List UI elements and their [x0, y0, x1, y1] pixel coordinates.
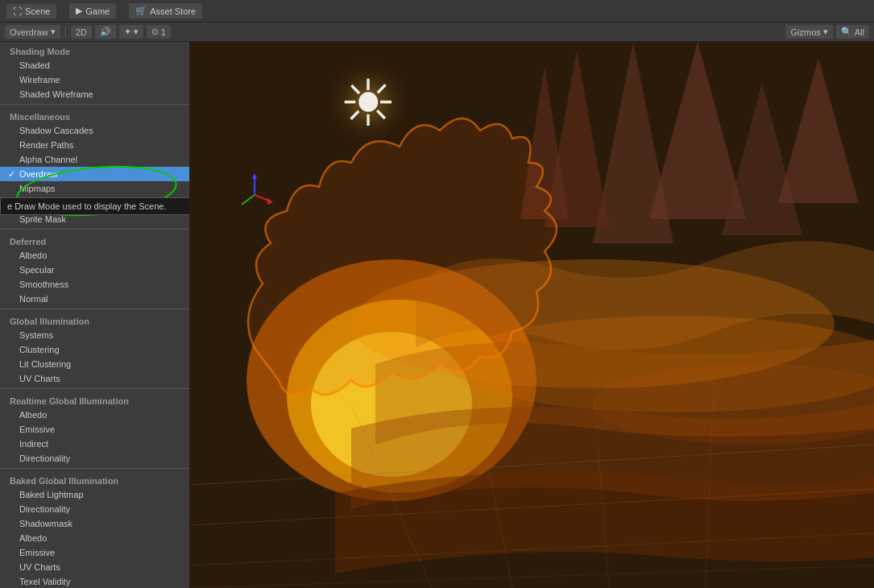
menu-item-alpha-channel[interactable]: Alpha Channel — [0, 152, 189, 167]
menu-item-overdraw[interactable]: Overdraw — [0, 167, 189, 181]
draw-mode-dropdown[interactable]: Overdraw ▾ — [5, 25, 60, 39]
gizmos-arrow-icon: ▾ — [823, 27, 828, 37]
menu-item-bgi-emissive[interactable]: Emissive — [0, 545, 189, 560]
menu-item-shadow-cascades[interactable]: Shadow Cascades — [0, 123, 189, 138]
2d-label: 2D — [76, 27, 87, 37]
2d-toggle[interactable]: 2D — [71, 26, 92, 39]
tab-game[interactable]: ▶ Game — [69, 3, 116, 19]
effects-button[interactable]: ✦ ▾ — [119, 25, 143, 39]
effects-arrow: ▾ — [134, 27, 139, 37]
transform-gizmo — [230, 171, 279, 219]
menu-item-shaded[interactable]: Shaded — [0, 58, 189, 72]
tab-asset-store[interactable]: 🛒 Asset Store — [129, 3, 202, 19]
divider-1 — [0, 104, 189, 105]
shading-mode-panel: Shading Mode Shaded Wireframe Shaded Wir… — [0, 42, 190, 588]
toolbar-right: Gizmos ▾ 🔍 All — [785, 25, 869, 39]
menu-item-clustering[interactable]: Clustering — [0, 342, 189, 357]
menu-item-baked-lightmap[interactable]: Baked Lightmap — [0, 487, 189, 502]
divider-3 — [0, 308, 189, 309]
divider-2 — [0, 229, 189, 230]
main-area: Shading Mode Shaded Wireframe Shaded Wir… — [0, 42, 874, 588]
menu-item-gi-uv-charts[interactable]: UV Charts — [0, 371, 189, 386]
svg-line-25 — [242, 195, 255, 205]
svg-marker-24 — [267, 198, 273, 205]
scene-icon: ⛶ — [13, 6, 22, 16]
audio-icon: 🔊 — [100, 27, 111, 37]
menu-item-texel-validity[interactable]: Texel Validity — [0, 574, 189, 588]
scene-tab-label: Scene — [25, 6, 50, 16]
divider-5 — [0, 468, 189, 469]
menu-item-rgi-emissive[interactable]: Emissive — [0, 422, 189, 437]
scene-toolbar: Overdraw ▾ 2D 🔊 ✦ ▾ ⊙ 1 Gizmos ▾ 🔍 All — [0, 23, 874, 42]
menu-item-normal[interactable]: Normal — [0, 292, 189, 306]
menu-item-rgi-indirect[interactable]: Indirect — [0, 437, 189, 451]
overdraw-tooltip: e Draw Mode used to display the Scene. — [0, 197, 190, 215]
game-tab-label: Game — [85, 6, 110, 16]
divider-4 — [0, 388, 189, 389]
tab-bar: ⛶ Scene ▶ Game 🛒 Asset Store — [0, 0, 874, 23]
store-icon: 🛒 — [135, 6, 147, 16]
menu-item-mipmaps[interactable]: Mipmaps — [0, 181, 189, 196]
counter-button[interactable]: ⊙ 1 — [147, 25, 171, 39]
baked-gi-header: Baked Global Illumination — [0, 471, 189, 487]
effects-icon: ✦ — [124, 27, 131, 37]
menu-item-lit-clustering[interactable]: Lit Clustering — [0, 357, 189, 371]
menu-item-shaded-wireframe[interactable]: Shaded Wireframe — [0, 87, 189, 101]
search-field[interactable]: 🔍 All — [836, 25, 869, 39]
menu-item-rgi-albedo[interactable]: Albedo — [0, 408, 189, 422]
gizmos-dropdown[interactable]: Gizmos ▾ — [785, 25, 832, 39]
scene-background — [190, 42, 874, 588]
dropdown-arrow-icon: ▾ — [51, 27, 56, 37]
menu-item-bgi-uv-charts[interactable]: UV Charts — [0, 560, 189, 574]
realtime-gi-header: Realtime Global Illumination — [0, 391, 189, 408]
menu-item-deferred-albedo[interactable]: Albedo — [0, 248, 189, 263]
tab-scene[interactable]: ⛶ Scene — [6, 4, 56, 19]
counter-icon: ⊙ — [151, 27, 159, 37]
game-icon: ▶ — [76, 6, 82, 16]
draw-mode-label: Overdraw — [10, 27, 48, 37]
audio-button[interactable]: 🔊 — [95, 25, 116, 39]
menu-item-render-paths[interactable]: Render Paths — [0, 138, 189, 152]
shading-mode-header: Shading Mode — [0, 42, 189, 58]
menu-item-systems[interactable]: Systems — [0, 328, 189, 342]
menu-item-specular[interactable]: Specular — [0, 263, 189, 277]
deferred-header: Deferred — [0, 232, 189, 248]
svg-marker-22 — [252, 173, 257, 179]
search-icon: 🔍 — [841, 27, 852, 37]
scene-viewport[interactable]: ☀ — [190, 42, 874, 588]
asset-store-tab-label: Asset Store — [150, 6, 196, 16]
separator-1 — [65, 26, 66, 39]
search-placeholder: All — [855, 27, 864, 37]
menu-item-bgi-albedo[interactable]: Albedo — [0, 531, 189, 545]
counter-label: 1 — [161, 27, 166, 37]
menu-item-smoothness[interactable]: Smoothness — [0, 277, 189, 292]
menu-item-shadowmask[interactable]: Shadowmask — [0, 516, 189, 531]
gizmos-label: Gizmos — [790, 27, 820, 37]
sun-light-icon: ☀ — [339, 66, 397, 141]
menu-item-rgi-directionality[interactable]: Directionality — [0, 451, 189, 466]
misc-header: Miscellaneous — [0, 107, 189, 123]
menu-item-bgi-directionality[interactable]: Directionality — [0, 502, 189, 516]
global-illumination-header: Global Illumination — [0, 312, 189, 328]
menu-item-wireframe[interactable]: Wireframe — [0, 72, 189, 87]
